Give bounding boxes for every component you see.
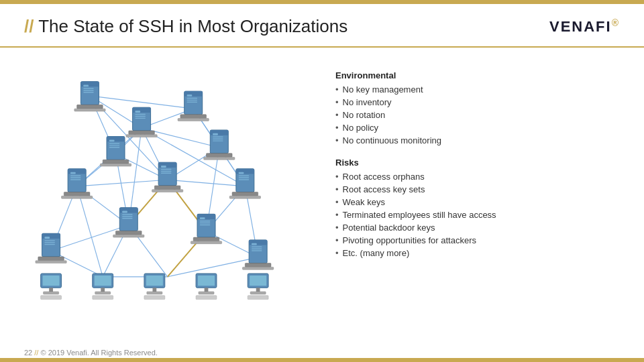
- svg-rect-12: [7, 66, 23, 70]
- computer-node: [144, 274, 165, 300]
- svg-rect-11: [7, 62, 20, 65]
- list-item: No continuous monitoring: [335, 134, 617, 147]
- server-node: [152, 162, 183, 192]
- bottom-bar: [0, 358, 644, 362]
- list-item: No rotation: [335, 109, 617, 121]
- network-diagram: [7, 57, 315, 328]
- svg-rect-0: [7, 57, 21, 66]
- server-node: [229, 169, 260, 198]
- server-node: [74, 82, 105, 111]
- computer-node: [93, 274, 113, 300]
- main-content: Environmental No key management No inven…: [0, 50, 644, 335]
- svg-line-35: [168, 180, 246, 186]
- list-item: No inventory: [335, 96, 617, 109]
- list-item: Etc. (many more): [335, 247, 617, 259]
- svg-line-34: [77, 180, 168, 186]
- risks-list: Root access orphans Root access key sets…: [335, 170, 617, 259]
- server-node: [243, 240, 274, 269]
- svg-line-41: [51, 225, 129, 251]
- server-node: [62, 169, 93, 198]
- list-item: Root access orphans: [335, 170, 617, 183]
- list-item: Pivoting opportunities for attackers: [335, 234, 617, 247]
- environmental-title: Environmental: [335, 70, 617, 80]
- right-panel: Environmental No key management No inven…: [322, 50, 644, 335]
- svg-rect-7: [7, 70, 28, 72]
- list-item: No policy: [335, 121, 617, 134]
- slash-decoration: //: [24, 16, 34, 36]
- server-node: [100, 137, 131, 166]
- server-node: [178, 91, 209, 121]
- venafi-logo: VENAFI®: [549, 17, 620, 36]
- svg-rect-10: [10, 58, 14, 62]
- svg-rect-6: [7, 66, 25, 70]
- computer-node: [196, 274, 217, 300]
- computer-node: [41, 274, 62, 300]
- svg-rect-8: [7, 57, 23, 58]
- environmental-list: No key management No inventory No rotati…: [335, 83, 617, 147]
- risks-title: Risks: [335, 158, 617, 168]
- computer-node: [248, 274, 268, 300]
- header: // The State of SSH in Most Organization…: [0, 4, 644, 48]
- server-node: [126, 107, 157, 137]
- server-node: [36, 233, 66, 263]
- list-item: No key management: [335, 83, 617, 96]
- list-item: Potential backdoor keys: [335, 221, 617, 234]
- page-title: // The State of SSH in Most Organization…: [24, 16, 347, 37]
- svg-line-38: [77, 186, 103, 277]
- svg-line-14: [90, 96, 193, 109]
- list-item: Weak keys: [335, 196, 617, 208]
- list-item: Root access key sets: [335, 183, 617, 196]
- list-item: Terminated employees still have access: [335, 208, 617, 221]
- left-panel: [0, 50, 322, 335]
- footer: 22 // © 2019 Venafi. All Rights Reserved…: [24, 349, 158, 357]
